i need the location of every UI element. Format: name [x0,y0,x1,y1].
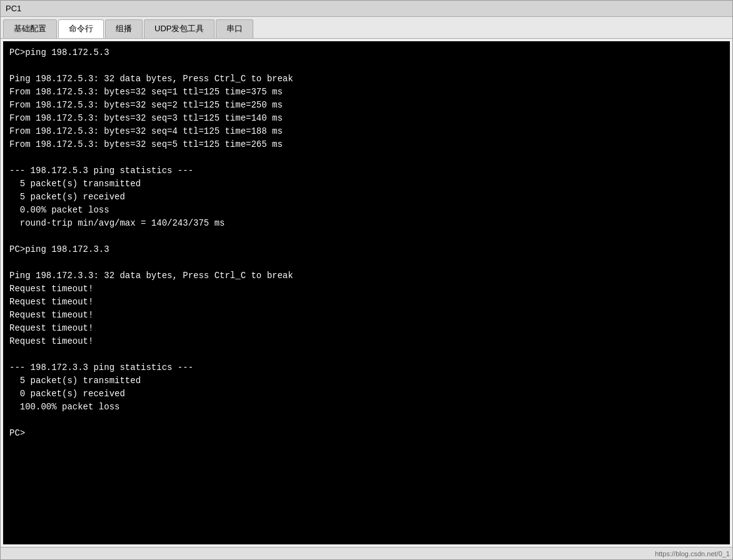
tabs-bar: 基础配置 命令行 组播 UDP发包工具 串口 [1,17,732,39]
bottom-bar: https://blog.csdn.net/0_1 [1,547,732,559]
terminal-wrapper: PC>ping 198.172.5.3 Ping 198.172.5.3: 32… [1,39,732,547]
tab-command-line[interactable]: 命令行 [58,19,104,38]
terminal-output[interactable]: PC>ping 198.172.5.3 Ping 198.172.5.3: 32… [3,41,730,544]
title-bar: PC1 [1,1,732,17]
tab-basic-config[interactable]: 基础配置 [3,19,57,38]
tab-multicast[interactable]: 组播 [105,19,143,38]
tab-serial[interactable]: 串口 [216,19,253,38]
main-window: PC1 基础配置 命令行 组播 UDP发包工具 串口 PC>ping 198.1… [0,0,733,560]
bottom-text: https://blog.csdn.net/0_1 [655,550,730,558]
window-title: PC1 [6,4,21,13]
tab-udp-tool[interactable]: UDP发包工具 [144,19,215,38]
